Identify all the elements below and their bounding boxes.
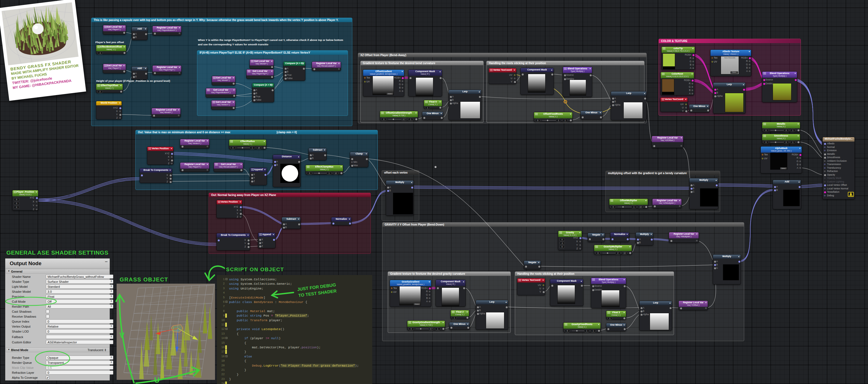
svg-text:V: V [119, 331, 124, 339]
svg-text:U: U [154, 376, 160, 384]
